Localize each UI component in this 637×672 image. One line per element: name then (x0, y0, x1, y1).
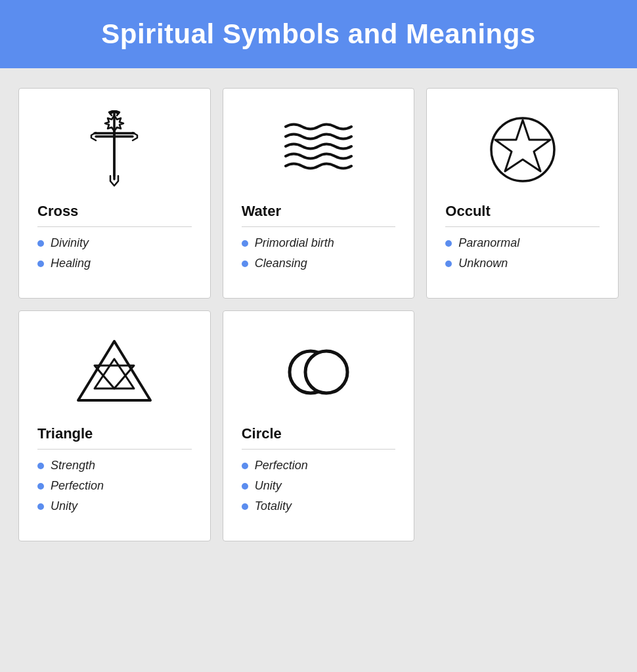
bullet-icon (37, 240, 44, 247)
water-divider (242, 226, 396, 227)
bullet-icon (37, 483, 44, 490)
list-item: Totality (242, 499, 396, 513)
list-item: Perfection (242, 459, 396, 472)
card-occult: Occult Paranormal Unknown (426, 88, 619, 299)
occult-divider (445, 226, 600, 227)
occult-icon (445, 107, 600, 192)
bullet-icon (242, 240, 248, 247)
list-item: Perfection (37, 479, 192, 493)
svg-marker-6 (78, 341, 150, 400)
occult-list: Paranormal Unknown (445, 236, 600, 270)
header: Spiritual Symbols and Meanings (0, 0, 637, 68)
circle-divider (242, 449, 396, 450)
water-title: Water (242, 203, 396, 220)
list-item: Unknown (445, 257, 600, 270)
cross-list: Divinity Healing (37, 236, 192, 270)
grid-container: Cross Divinity Healing Water Primordial … (0, 68, 637, 561)
bullet-icon (37, 261, 44, 267)
svg-marker-5 (495, 120, 550, 171)
occult-title: Occult (445, 203, 600, 220)
card-triangle: Triangle Strength Perfection Unity (18, 310, 211, 541)
card-cross: Cross Divinity Healing (18, 88, 211, 299)
cross-title: Cross (37, 203, 192, 220)
triangle-icon (37, 329, 192, 415)
triangle-divider (37, 449, 192, 450)
bullet-icon (242, 261, 248, 267)
list-item: Healing (37, 257, 192, 270)
circle-list: Perfection Unity Totality (242, 459, 396, 513)
bullet-icon (242, 503, 248, 510)
bullet-icon (445, 240, 452, 247)
triangle-list: Strength Perfection Unity (37, 459, 192, 513)
page-title: Spiritual Symbols and Meanings (13, 18, 624, 50)
list-item: Unity (242, 479, 396, 493)
bullet-icon (242, 483, 248, 490)
bullet-icon (445, 261, 452, 267)
list-item: Strength (37, 459, 192, 472)
card-circle: Circle Perfection Unity Totality (223, 310, 415, 541)
list-item: Cleansing (242, 257, 396, 270)
svg-point-10 (305, 351, 347, 393)
circle-icon (242, 329, 396, 415)
list-item: Divinity (37, 236, 192, 250)
list-item: Primordial birth (242, 236, 396, 250)
bullet-icon (242, 463, 248, 469)
list-item: Unity (37, 499, 192, 513)
svg-point-4 (491, 118, 554, 181)
list-item: Paranormal (445, 236, 600, 250)
card-water: Water Primordial birth Cleansing (223, 88, 415, 299)
svg-marker-8 (95, 366, 134, 388)
bullet-icon (37, 463, 44, 469)
water-list: Primordial birth Cleansing (242, 236, 396, 270)
cross-icon (37, 107, 192, 192)
circle-title: Circle (242, 425, 396, 442)
triangle-title: Triangle (37, 425, 192, 442)
bullet-icon (37, 503, 44, 510)
cross-divider (37, 226, 192, 227)
water-icon (242, 107, 396, 192)
